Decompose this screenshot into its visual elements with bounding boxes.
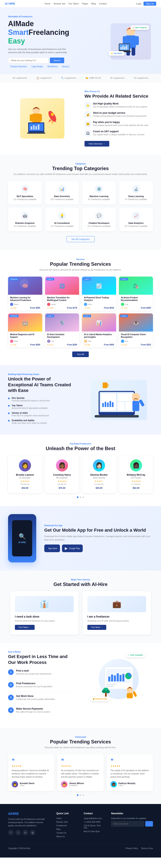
test-role-0: Client bbox=[20, 784, 34, 786]
category-item-0[interactable]: 🧠 NLP Specialists 12+ Freelancers availa… bbox=[8, 181, 42, 205]
svg-point-25 bbox=[51, 113, 54, 116]
brand-name-6: Legalzoom bbox=[137, 77, 148, 79]
test-stars-0: ★★★★★ bbox=[12, 765, 51, 767]
service-card-1[interactable]: 🌐 Level 2 Machine Translation for Multil… bbox=[45, 277, 79, 311]
service-info-6: AI in Liberal Market Analytics and Insig… bbox=[82, 332, 116, 347]
category-item-2[interactable]: ⚙️ Machine Learning 8+ Freelancers avail… bbox=[82, 181, 116, 205]
footer-link-5[interactable]: About Us bbox=[56, 835, 77, 838]
service-card-7[interactable]: 👁️ Level 3 Visual AI Computer Vision Rec… bbox=[119, 313, 153, 347]
service-badge-5: Level 2 bbox=[46, 315, 54, 317]
test-text-2: The quality of AI specialists on this pl… bbox=[110, 769, 149, 779]
freelancer-card-1[interactable]: 👩🏾 Courtney Harry ML Engineer ★★★★★ 4.8 … bbox=[45, 455, 79, 493]
service-rating-1: 4.2 (28) bbox=[47, 307, 53, 309]
popular-tag-3[interactable]: React.js bbox=[60, 65, 71, 68]
category-item-6[interactable]: 💬 Chatbot Developers 14+ Freelancers ava… bbox=[82, 208, 116, 231]
nav-logo[interactable]: AIHIRE bbox=[5, 2, 15, 5]
service-card-3[interactable]: 🛍️ Level 3 AI-driven Product Recommendat… bbox=[119, 277, 153, 311]
nav-contact[interactable]: Contact bbox=[99, 2, 107, 5]
find-work-button[interactable]: Find Work → bbox=[87, 625, 106, 630]
how-step-num-3: 4 bbox=[8, 707, 14, 713]
privacy-policy-link[interactable]: Privacy Policy bbox=[126, 847, 138, 849]
service-card-5[interactable]: 🎙️ Level 2 AI Voice Assistant Developmen… bbox=[45, 313, 79, 347]
service-card-4[interactable]: 🏥 Featured Medical Diagnosis and AI Supp… bbox=[8, 313, 42, 347]
social-instagram[interactable]: ig bbox=[30, 830, 35, 835]
service-img-1: 🌐 Level 2 bbox=[45, 277, 79, 295]
footer-link-2[interactable]: Freelancers bbox=[56, 825, 77, 827]
nav-pages[interactable]: Pages bbox=[82, 2, 88, 5]
footer-newsletter: Newsletter Subscribe to our newsletter f… bbox=[111, 812, 153, 839]
app-store-button[interactable]: App Store bbox=[44, 545, 60, 552]
fl-price-1: $75.50 bbox=[48, 487, 76, 489]
dot-1[interactable] bbox=[77, 496, 78, 498]
search-input[interactable] bbox=[8, 57, 48, 63]
test-author-info-1: Jimmy Wilson Freelancer bbox=[69, 782, 84, 786]
services-tag: Services bbox=[8, 258, 153, 260]
see-all-services-button[interactable]: See All bbox=[72, 351, 89, 357]
nav-browse[interactable]: Browse Job bbox=[54, 2, 65, 5]
see-all-categories-button[interactable]: See All Categories bbox=[66, 236, 95, 242]
app-content: Download Our App Get Our Mobile App for … bbox=[44, 524, 153, 552]
test-dot-3[interactable] bbox=[83, 794, 84, 796]
categories-grid: 🧠 NLP Specialists 12+ Freelancers availa… bbox=[8, 181, 153, 231]
freelancer-card-0[interactable]: 👩 Brooke Lawson AI Specialist ★★★★★ 4.9 … bbox=[8, 455, 42, 493]
terms-link[interactable]: Terms of Use bbox=[141, 847, 153, 849]
footer-grid: AIHIRE Connect with top AI freelancers a… bbox=[8, 812, 153, 839]
nav-home[interactable]: Home bbox=[44, 2, 50, 5]
test-author-info-0: Annette Davis Client bbox=[20, 782, 34, 786]
category-item-4[interactable]: 🤖 Robotics Engineer 6+ Freelancers avail… bbox=[8, 208, 42, 231]
footer-link-1[interactable]: Browse Jobs bbox=[56, 821, 77, 823]
category-item-3[interactable]: 🔬 Deep Learning 9+ Freelancers available bbox=[119, 181, 153, 205]
svg-text:🎙️: 🎙️ bbox=[59, 320, 65, 326]
newsletter-submit-button[interactable]: → bbox=[145, 821, 153, 827]
login-button[interactable]: Login bbox=[136, 2, 141, 5]
dot-3[interactable] bbox=[83, 496, 84, 498]
floating-card-2: ⭐ Top Rated bbox=[109, 51, 124, 56]
social-linkedin[interactable]: in bbox=[23, 830, 28, 835]
service-rating-2: 4.8 (45) bbox=[84, 307, 90, 309]
social-facebook[interactable]: f bbox=[8, 830, 14, 835]
service-img-2: 📈 Level 2 bbox=[82, 277, 116, 295]
footer-link-0[interactable]: Home bbox=[56, 817, 77, 819]
service-avatar-4 bbox=[10, 340, 13, 343]
test-quote-0: ❝ bbox=[12, 758, 51, 764]
how-step-title-2: Get Work Done bbox=[16, 695, 55, 698]
how-step-title-0: Post a task bbox=[16, 669, 51, 672]
google-play-button[interactable]: ▶ Google Play bbox=[62, 545, 83, 552]
popular-tag-2[interactable]: WordPress bbox=[46, 65, 59, 68]
category-item-5[interactable]: 💡 AI Consultants 11+ Freelancers availab… bbox=[45, 208, 79, 231]
view-services-button[interactable]: View Services → bbox=[85, 141, 109, 147]
service-title-5: AI Voice Assistant Development bbox=[47, 333, 77, 338]
social-twitter[interactable]: t bbox=[15, 830, 21, 835]
teams-tag: Building High-Performing Teams bbox=[8, 373, 76, 375]
newsletter-email-input[interactable] bbox=[111, 821, 144, 827]
category-item-1[interactable]: 📊 Data Scientists 10+ Freelancers availa… bbox=[45, 181, 79, 205]
footer-link-4[interactable]: Contact Us bbox=[56, 832, 77, 834]
test-dot-1[interactable] bbox=[77, 794, 78, 796]
gs-card-1[interactable]: 💼 I am a freelancer Showcase your AI ski… bbox=[83, 591, 151, 635]
freelancer-card-3[interactable]: 👩🏿 Brittany McCray NLP Expert ★★★★★ 4.7 … bbox=[119, 455, 153, 493]
cat-count-6: 14+ Freelancers available bbox=[85, 225, 114, 227]
find-talent-button[interactable]: Find Talent → bbox=[15, 625, 35, 630]
service-card-2[interactable]: 📈 Level 2 AI-Powered Stock Trading Analy… bbox=[82, 277, 116, 311]
testimonials-section: Testimonial Popular Trending Services Di… bbox=[0, 728, 161, 804]
test-dot-2[interactable] bbox=[80, 794, 81, 796]
service-card-0[interactable]: 🧠 Featured Machine Learning for Advanced… bbox=[8, 277, 42, 311]
gs-card-0[interactable]: 👔 I need a task done Find the perfect AI… bbox=[10, 591, 78, 635]
search-button[interactable]: Search bbox=[50, 58, 64, 63]
nav-talent[interactable]: Our Talent bbox=[68, 2, 79, 5]
service-card-6[interactable]: 📊 Level 3 AI in Liberal Market Analytics… bbox=[82, 313, 116, 347]
nav-blog[interactable]: Blog bbox=[91, 2, 96, 5]
category-item-7[interactable]: 📈 Data Analytics 13+ Freelancers availab… bbox=[119, 208, 153, 231]
cat-count-4: 6+ Freelancers available bbox=[10, 225, 39, 227]
service-stats-0: 4.5 (34) From $295 bbox=[10, 307, 40, 309]
why-section: Why Choose Us We Provide AI Related Serv… bbox=[0, 82, 161, 155]
service-img-4: 🏥 Featured bbox=[8, 313, 42, 332]
freelancer-card-2[interactable]: 👩🏻 Desiree Becker Data Scientist ★★★★☆ 4… bbox=[82, 455, 116, 493]
popular-tag-1[interactable]: Logo Design bbox=[30, 65, 44, 68]
footer-link-3[interactable]: Blog bbox=[56, 828, 77, 830]
dot-2[interactable] bbox=[80, 496, 81, 498]
testimonial-card-1: ❝ ★★★★★ As a freelancer, AI-Hire has con… bbox=[57, 754, 103, 791]
svg-rect-61 bbox=[108, 677, 110, 681]
service-meta-5: Ana bbox=[47, 340, 77, 343]
signup-button[interactable]: Sign Up bbox=[143, 2, 156, 6]
